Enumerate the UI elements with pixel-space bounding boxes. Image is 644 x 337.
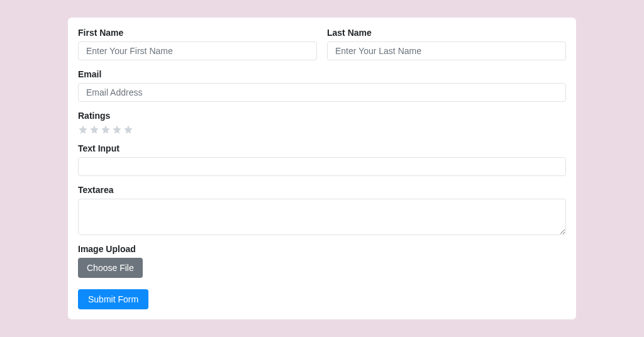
email-label: Email: [78, 69, 566, 79]
text-input-label: Text Input: [78, 143, 566, 153]
first-name-input[interactable]: [78, 41, 317, 60]
ratings-label: Ratings: [78, 111, 566, 121]
last-name-label: Last Name: [327, 28, 566, 38]
ratings-stars: [78, 124, 566, 135]
submit-button[interactable]: Submit Form: [78, 289, 148, 309]
star-icon[interactable]: [101, 124, 111, 135]
star-icon[interactable]: [89, 124, 99, 135]
choose-file-button[interactable]: Choose File: [78, 258, 143, 278]
text-input-field[interactable]: [78, 157, 566, 176]
image-upload-label: Image Upload: [78, 244, 566, 254]
textarea-field[interactable]: [78, 199, 566, 235]
star-icon[interactable]: [123, 124, 133, 135]
last-name-input[interactable]: [327, 41, 566, 60]
star-icon[interactable]: [78, 124, 88, 135]
star-icon[interactable]: [112, 124, 122, 135]
form-card: First Name Last Name Email Ratings Text …: [68, 18, 576, 319]
first-name-label: First Name: [78, 28, 317, 38]
email-input[interactable]: [78, 83, 566, 102]
textarea-label: Textarea: [78, 185, 566, 195]
